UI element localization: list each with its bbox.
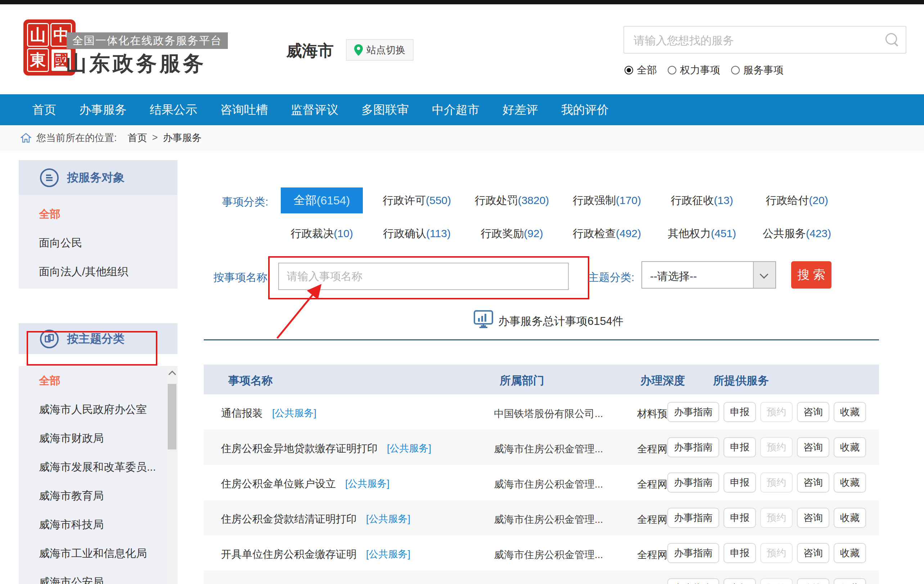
action-办事指南[interactable]: 办事指南 [667, 402, 719, 422]
filter-chip-行政给付[interactable]: 行政给付(20) [766, 193, 828, 208]
filter-chip-公共服务[interactable]: 公共服务(423) [763, 226, 831, 241]
sidebar-item-面向公民[interactable]: 面向公民 [39, 237, 177, 249]
action-收藏[interactable]: 收藏 [834, 543, 866, 563]
radio-selected-icon[interactable] [625, 66, 633, 74]
search-scope-radios: 全部权力事项服务事项 [625, 63, 784, 77]
nav-item-我的评价[interactable]: 我的评价 [561, 102, 609, 118]
nav-item-办事服务[interactable]: 办事服务 [79, 102, 127, 118]
sidebar-item-威海市人民政府办公室[interactable]: 威海市人民政府办公室 [39, 403, 177, 416]
action-咨询[interactable]: 咨询 [797, 402, 829, 422]
search-icon[interactable] [886, 33, 898, 46]
nav-item-多图联审[interactable]: 多图联审 [361, 102, 409, 118]
filter-chip-行政处罚[interactable]: 行政处罚(3820) [475, 193, 549, 208]
action-申报[interactable]: 申报 [724, 578, 756, 584]
action-办事指南[interactable]: 办事指南 [667, 543, 719, 563]
action-申报[interactable]: 申报 [724, 402, 756, 422]
site-switch-button[interactable]: 站点切换 [346, 39, 414, 61]
sidebar-section-service-object[interactable]: 按服务对象 [19, 160, 177, 195]
filter-chip-其他权力[interactable]: 其他权力(451) [668, 226, 736, 241]
action-咨询[interactable]: 咨询 [797, 578, 829, 584]
sidebar-section-title: 按主题分类 [67, 331, 125, 347]
filter-chip-行政确认[interactable]: 行政确认(113) [383, 226, 450, 241]
sidebar-item-威海市公安局[interactable]: 威海市公安局 [39, 576, 177, 584]
action-收藏[interactable]: 收藏 [834, 472, 866, 493]
sidebar-item-全部[interactable]: 全部 [39, 374, 177, 387]
filter-chip-全部[interactable]: 全部(6154) [281, 188, 363, 213]
action-收藏[interactable]: 收藏 [834, 578, 866, 584]
radio-unselected-icon[interactable] [668, 66, 676, 74]
chip-count: (3820) [518, 194, 549, 206]
topic-select-value: --请选择-- [650, 269, 697, 284]
search-button[interactable]: 搜 索 [791, 261, 832, 289]
site-switch-label: 站点切换 [366, 43, 405, 56]
row-actions: 办事指南申报预约咨询收藏 [667, 402, 866, 422]
action-申报[interactable]: 申报 [724, 472, 756, 493]
sidebar-item-威海市教育局[interactable]: 威海市教育局 [39, 490, 177, 502]
action-办事指南[interactable]: 办事指南 [667, 578, 719, 584]
filter-chip-行政检查[interactable]: 行政检查(492) [573, 226, 641, 241]
action-申报[interactable]: 申报 [724, 508, 756, 528]
filter-chip-行政奖励[interactable]: 行政奖励(92) [480, 226, 543, 241]
breadcrumb: 您当前所在的位置: 首页 > 办事服务 [0, 125, 924, 150]
action-收藏[interactable]: 收藏 [834, 508, 866, 528]
col-department: 所属部门 [500, 373, 544, 388]
chip-count: (492) [616, 228, 641, 239]
row-actions: 办事指南申报预约咨询收藏 [667, 472, 866, 493]
chevron-down-icon[interactable] [753, 262, 776, 288]
nav-item-好差评[interactable]: 好差评 [503, 102, 538, 118]
radio-全部[interactable]: 全部 [625, 63, 657, 77]
item-tag: [公共服务] [272, 407, 317, 419]
filter-chip-行政征收[interactable]: 行政征收(13) [671, 193, 733, 208]
chip-cell: 行政给付(20) [749, 187, 845, 214]
chip-cell: 行政处罚(3820) [464, 187, 559, 214]
filter-chip-行政裁决[interactable]: 行政裁决(10) [290, 226, 353, 241]
chip-cell: 行政确认(113) [369, 220, 464, 247]
nav-item-监督评议[interactable]: 监督评议 [291, 102, 338, 118]
chip-cell: 其他权力(451) [654, 220, 749, 247]
global-search-input[interactable]: 请输入您想找的服务 [624, 26, 906, 54]
sidebar-item-威海市财政局[interactable]: 威海市财政局 [39, 432, 177, 444]
breadcrumb-link-home[interactable]: 首页 [128, 131, 147, 144]
row-actions: 办事指南申报预约咨询收藏 [667, 578, 866, 584]
action-申报[interactable]: 申报 [724, 437, 756, 457]
radio-服务事项[interactable]: 服务事项 [731, 63, 784, 77]
action-收藏[interactable]: 收藏 [834, 402, 866, 422]
item-name-input[interactable] [278, 263, 569, 290]
nav-item-中介超市[interactable]: 中介超市 [432, 102, 479, 118]
nav-item-结果公示[interactable]: 结果公示 [150, 102, 197, 118]
radio-权力事项[interactable]: 权力事项 [668, 63, 720, 77]
department-scrollbar[interactable] [168, 368, 177, 584]
filter-chip-行政强制[interactable]: 行政强制(170) [573, 193, 641, 208]
sidebar-item-威海市工业和信息化局[interactable]: 威海市工业和信息化局 [39, 547, 177, 559]
action-咨询[interactable]: 咨询 [797, 543, 829, 563]
scrollbar-thumb[interactable] [168, 384, 177, 449]
action-申报[interactable]: 申报 [724, 543, 756, 563]
action-办事指南[interactable]: 办事指南 [667, 472, 719, 493]
current-city: 威海市 [286, 40, 334, 61]
action-咨询[interactable]: 咨询 [797, 437, 829, 457]
nav-item-咨询吐槽[interactable]: 咨询吐槽 [220, 102, 268, 118]
sidebar-item-全部[interactable]: 全部 [39, 208, 177, 220]
action-收藏[interactable]: 收藏 [834, 437, 866, 457]
sidebar-item-威海市发展和改革委员...[interactable]: 威海市发展和改革委员... [39, 461, 177, 473]
sidebar-item-面向法人/其他组织[interactable]: 面向法人/其他组织 [39, 266, 177, 278]
filter-chip-行政许可[interactable]: 行政许可(550) [383, 193, 451, 208]
row-actions: 办事指南申报预约咨询收藏 [667, 543, 866, 563]
item-department: 威海市住房公积金管理... [494, 513, 603, 526]
action-办事指南[interactable]: 办事指南 [667, 437, 719, 457]
category-chip-row: 全部(6154)行政许可(550)行政处罚(3820)行政强制(170)行政征收… [274, 187, 850, 214]
action-办事指南[interactable]: 办事指南 [667, 508, 719, 528]
scroll-up-icon[interactable] [168, 371, 176, 378]
item-department: 威海市住房公积金管理... [494, 548, 603, 562]
action-咨询[interactable]: 咨询 [797, 508, 829, 528]
chip-label: 行政给付 [766, 194, 809, 206]
items-table: 事项名称 所属部门 办理深度 所提供服务 通信报装[公共服务]中国铁塔股份有限公… [204, 365, 879, 584]
action-咨询[interactable]: 咨询 [797, 472, 829, 493]
sidebar-item-威海市科技局[interactable]: 威海市科技局 [39, 518, 177, 531]
sidebar-section-topic[interactable]: 按主题分类 [19, 323, 177, 354]
action-预约: 预约 [760, 508, 793, 528]
topic-select[interactable]: --请选择-- [642, 261, 776, 289]
nav-item-首页[interactable]: 首页 [32, 102, 56, 118]
breadcrumb-link-services[interactable]: 办事服务 [163, 131, 201, 144]
radio-unselected-icon[interactable] [731, 66, 740, 74]
